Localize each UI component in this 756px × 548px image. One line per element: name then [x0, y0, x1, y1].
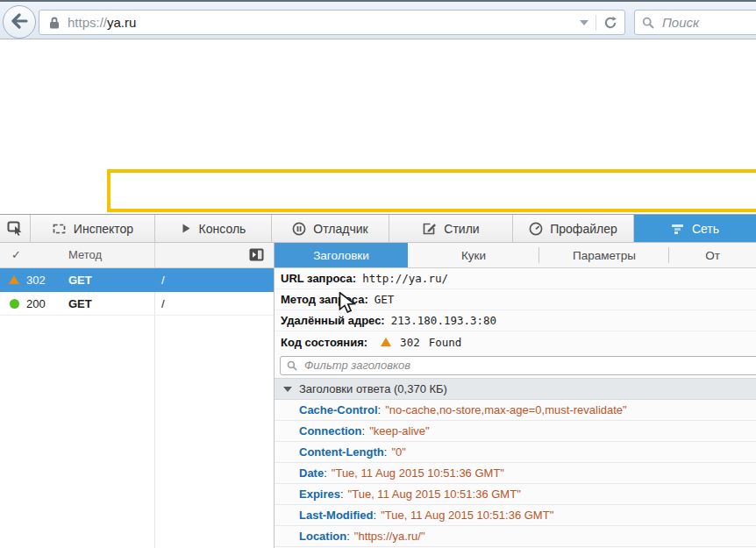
request-url-value: http://ya.ru/ — [362, 272, 448, 285]
twisty-expanded-icon[interactable] — [283, 387, 292, 392]
request-url-row: URL запроса: http://ya.ru/ — [275, 268, 756, 289]
back-button[interactable] — [3, 5, 36, 39]
header-row[interactable]: Last-Modified: "Tue, 11 Aug 2015 10:51:3… — [275, 505, 756, 526]
header-value: "no-cache,no-store,max-age=0,must-revali… — [385, 403, 627, 416]
colon: : — [362, 424, 366, 438]
devtools-tab-label: Консоль — [199, 222, 246, 236]
header-name: Location — [299, 530, 346, 543]
detail-tab-params[interactable]: Параметры — [539, 243, 669, 267]
colon: : — [378, 403, 382, 416]
header-value: "keep-alive" — [369, 424, 430, 438]
search-icon — [642, 17, 654, 29]
devtools-tab-inspector[interactable]: Инспектор — [31, 215, 155, 242]
header-value: "0" — [391, 445, 405, 459]
detail-tab-label: Заголовки — [313, 249, 369, 262]
header-name: Date — [299, 466, 324, 480]
devtools-subheader: ✓ Метод Заголовки Куки Параметры От — [0, 243, 756, 268]
request-row[interactable]: 302 GET / — [0, 268, 274, 292]
element-highlight-box — [107, 169, 756, 212]
remote-address-value: 213.180.193.3:80 — [391, 314, 496, 327]
column-divider — [154, 243, 155, 267]
colon: : — [324, 466, 327, 480]
browser-toolbar: https://ya.ru — [0, 0, 756, 39]
detail-tab-label: Параметры — [573, 249, 636, 262]
reload-icon[interactable] — [603, 16, 617, 30]
urlbar-dropdown-icon[interactable] — [580, 20, 588, 25]
request-file: / — [161, 297, 165, 310]
request-row[interactable]: 200 GET / — [0, 292, 274, 316]
urlbar-separator — [596, 15, 596, 31]
inspector-icon — [52, 223, 67, 235]
request-method-value: GET — [374, 293, 395, 306]
header-name: Cache-Control — [299, 403, 378, 416]
header-row[interactable]: Date: "Tue, 11 Aug 2015 10:51:36 GMT" — [275, 463, 756, 484]
devtools-tab-styles[interactable]: Стили — [389, 215, 513, 242]
request-list: 302 GET / 200 GET / — [0, 268, 275, 548]
status-redirect-icon — [7, 275, 21, 284]
clock-icon — [529, 222, 543, 236]
devtools-tab-debugger[interactable]: Отладчик — [272, 215, 389, 242]
detail-tab-label: От — [705, 249, 720, 262]
response-headers-title: Заголовки ответа (0,370 КБ) — [299, 382, 447, 395]
header-row[interactable]: Expires: "Tue, 11 Aug 2015 10:51:36 GMT" — [275, 484, 756, 505]
toggle-sidebar-icon[interactable] — [249, 248, 264, 264]
console-icon — [181, 223, 192, 234]
method-column-header[interactable]: Метод — [68, 248, 102, 261]
detail-tab-cookies[interactable]: Куки — [408, 243, 539, 267]
request-file: / — [161, 274, 165, 287]
search-bar[interactable] — [634, 10, 756, 35]
devtools-body: 302 GET / 200 GET / URL запроса: http://… — [0, 268, 756, 548]
detail-tab-label: Куки — [461, 249, 486, 262]
request-method-row: Метод запроса: GET — [275, 289, 756, 310]
header-name: Expires — [299, 488, 340, 501]
search-input[interactable] — [660, 14, 756, 31]
headers-filter-box[interactable] — [280, 356, 756, 375]
devtools-tab-profiler[interactable]: Профайлер — [513, 215, 634, 242]
request-method-label: Метод запроса: — [281, 293, 368, 306]
headers-detail-panel: URL запроса: http://ya.ru/ Метод запроса… — [275, 268, 756, 548]
devtools-panel: Инспектор Консоль Отладчик Стили — [0, 214, 756, 548]
devtools-tab-network[interactable]: Сеть — [634, 215, 756, 242]
status-redirect-icon — [381, 338, 391, 346]
pick-element-button[interactable] — [0, 215, 31, 242]
firefox-window: https://ya.ru — [0, 0, 756, 548]
status-code: 200 — [26, 297, 68, 310]
devtools-tab-label: Отладчик — [313, 222, 367, 236]
colon: : — [346, 530, 350, 543]
header-name: Content-Length — [299, 445, 384, 459]
search-icon — [287, 360, 297, 371]
url-host: ya.ru — [107, 15, 136, 30]
response-headers-section[interactable]: Заголовки ответа (0,370 КБ) — [275, 378, 756, 400]
url-bar[interactable]: https://ya.ru — [39, 10, 625, 35]
header-row[interactable]: Cache-Control: "no-cache,no-store,max-ag… — [275, 400, 756, 421]
remote-address-row: Удалённый адрес: 213.180.193.3:80 — [275, 310, 756, 331]
status-column-header[interactable]: ✓ — [11, 248, 21, 261]
colon: : — [384, 445, 388, 459]
detail-tab-headers[interactable]: Заголовки — [275, 243, 408, 267]
detail-tab-response[interactable]: От — [669, 243, 756, 267]
request-list-header: ✓ Метод — [0, 243, 275, 268]
header-value: "Tue, 11 Aug 2015 10:51:36 GMT" — [332, 466, 504, 480]
header-name: Last-Modified — [299, 509, 374, 522]
devtools-tab-label: Профайлер — [550, 222, 617, 236]
header-name: Connection — [299, 424, 362, 438]
network-icon — [671, 223, 685, 235]
devtools-tab-console[interactable]: Консоль — [155, 215, 272, 242]
status-text-value: Found — [429, 336, 462, 349]
devtools-toolbar: Инспектор Консоль Отладчик Стили — [0, 215, 756, 243]
url-scheme: https:// — [68, 15, 107, 30]
header-row[interactable]: Location: "https://ya.ru/" — [275, 526, 756, 547]
remote-address-label: Удалённый адрес: — [281, 314, 385, 327]
lock-icon — [48, 16, 61, 30]
request-method: GET — [68, 274, 147, 287]
status-code-row: Код состояния: 302 Found — [275, 331, 756, 352]
headers-filter-row — [275, 352, 756, 378]
devtools-tab-label: Сеть — [692, 222, 719, 236]
header-row[interactable]: Connection: "keep-alive" — [275, 421, 756, 442]
pause-circle-icon — [292, 222, 306, 236]
header-row[interactable]: Content-Length: "0" — [275, 442, 756, 463]
header-value: "Tue, 11 Aug 2015 10:51:36 GMT" — [381, 509, 553, 522]
status-code: 302 — [26, 274, 68, 287]
header-value: "Tue, 11 Aug 2015 10:51:36 GMT" — [348, 488, 521, 501]
headers-filter-input[interactable] — [303, 358, 752, 373]
